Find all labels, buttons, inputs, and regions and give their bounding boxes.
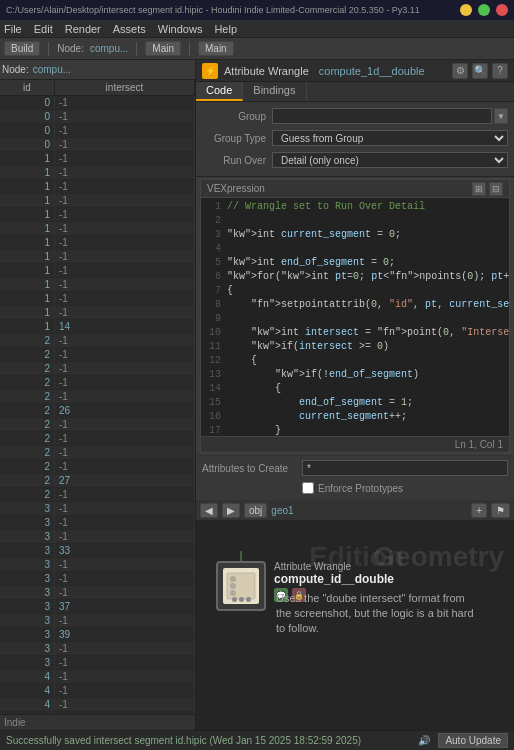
node-dots [232,597,251,602]
group-type-select[interactable]: Guess from Group [272,130,508,146]
menu-edit[interactable]: Edit [34,23,53,35]
cell-intersect: -1 [55,278,195,291]
menu-windows[interactable]: Windows [158,23,203,35]
table-row: 2-1 [0,488,195,502]
cell-intersect: -1 [55,586,195,599]
table-row: 3-1 [0,558,195,572]
minimize-button[interactable] [460,4,472,16]
cell-intersect: -1 [55,488,195,501]
node-thumb-inner [223,568,259,604]
auto-update-button[interactable]: Auto Update [438,733,508,748]
cell-intersect: -1 [55,656,195,669]
viewport-plus-btn[interactable]: + [471,503,487,518]
group-row: Group ▼ [202,106,508,126]
aw-gear-btn[interactable]: ⚙ [452,63,468,79]
attrs-section: Attributes to Create Enforce Prototypes [196,455,514,500]
aw-search-btn[interactable]: 🔍 [472,63,488,79]
attrs-label: Attributes to Create [202,463,302,474]
table-row: 0-1 [0,138,195,152]
group-type-label: Group Type [202,133,272,144]
cell-id: 2 [0,432,55,445]
viewport-right-btns: + ⚑ [471,503,510,518]
run-over-select[interactable]: Detail (only once) [272,152,508,168]
viewport-back-btn[interactable]: ◀ [200,503,218,518]
line-number: 9 [205,312,227,326]
toolbar-separator-2 [136,42,137,56]
cell-id: 3 [0,628,55,641]
aw-icon: ⚡ [202,63,218,79]
table-row: 2-1 [0,446,195,460]
cell-id: 2 [0,446,55,459]
code-line: 16 current_segment++; [205,410,505,424]
cell-intersect: 33 [55,544,195,557]
cell-intersect: -1 [55,558,195,571]
cell-id: 3 [0,516,55,529]
cell-intersect: -1 [55,306,195,319]
tab-bindings[interactable]: Bindings [243,82,306,101]
vex-expand-btn[interactable]: ⊞ [472,182,486,196]
cell-id: 3 [0,656,55,669]
table-row: 2-1 [0,362,195,376]
table-row: 226 [0,404,195,418]
build-button[interactable]: Build [4,41,40,56]
table-row: 337 [0,600,195,614]
table-row: 0-1 [0,110,195,124]
menu-help[interactable]: Help [214,23,237,35]
cell-intersect: -1 [55,432,195,445]
aw-node-name: compute_1d__double [319,65,425,77]
aw-icons-right: ⚙ 🔍 ? [452,63,508,79]
code-line: 1// Wrangle set to Run Over Detail [205,200,505,214]
group-input[interactable] [272,108,492,124]
cell-intersect: 26 [55,404,195,417]
cell-intersect: -1 [55,334,195,347]
line-content: "kw">int end_of_segment = 0; [227,256,395,270]
spreadsheet-header-label: Node: [2,64,29,75]
attrs-input[interactable] [302,460,508,476]
line-content: { [227,382,281,396]
code-line: 12 { [205,354,505,368]
main-button-2[interactable]: Main [198,41,234,56]
cell-intersect: 39 [55,628,195,641]
spreadsheet-columns: id intersect [0,80,195,96]
vexpression-panel: VEXpression ⊞ ⊟ 1// Wrangle set to Run O… [200,179,510,453]
cell-intersect: -1 [55,614,195,627]
menu-file[interactable]: File [4,23,22,35]
code-line: 3"kw">int current_segment = 0; [205,228,505,242]
cell-id: 3 [0,502,55,515]
node-label: Node: [57,43,84,54]
code-area[interactable]: 1// Wrangle set to Run Over Detail23"kw"… [201,198,509,436]
line-number: 11 [205,340,227,354]
enforce-checkbox[interactable] [302,482,314,494]
spreadsheet-body[interactable]: 0-10-10-10-11-11-11-11-11-11-11-11-11-11… [0,96,195,714]
viewport-path: geo1 [271,505,293,516]
maximize-button[interactable] [478,4,490,16]
aw-help-btn[interactable]: ? [492,63,508,79]
spreadsheet-header: Node: compu... [0,60,195,80]
cell-id: 2 [0,362,55,375]
main-button[interactable]: Main [145,41,181,56]
cell-intersect: -1 [55,502,195,515]
group-arrow[interactable]: ▼ [494,108,508,124]
cell-intersect: -1 [55,516,195,529]
cell-id: 1 [0,264,55,277]
viewport-fwd-btn[interactable]: ▶ [222,503,240,518]
vexpression-header: VEXpression ⊞ ⊟ [201,180,509,198]
tab-code[interactable]: Code [196,82,243,101]
table-row: 2-1 [0,418,195,432]
line-number: 10 [205,326,227,340]
title-bar: C:/Users/Alain/Desktop/intersect segment… [0,0,514,20]
cell-intersect: 37 [55,600,195,613]
table-row: 2-1 [0,334,195,348]
cell-intersect: -1 [55,292,195,305]
viewport-flag-btn[interactable]: ⚑ [491,503,510,518]
line-number: 16 [205,410,227,424]
cell-id: 3 [0,572,55,585]
cell-id: 3 [0,614,55,627]
close-button[interactable] [496,4,508,16]
vex-expand2-btn[interactable]: ⊟ [489,182,503,196]
cell-intersect: -1 [55,362,195,375]
menu-assets[interactable]: Assets [113,23,146,35]
viewport-obj-btn[interactable]: obj [244,503,267,518]
menu-render[interactable]: Render [65,23,101,35]
node-thumbnail [216,561,266,611]
